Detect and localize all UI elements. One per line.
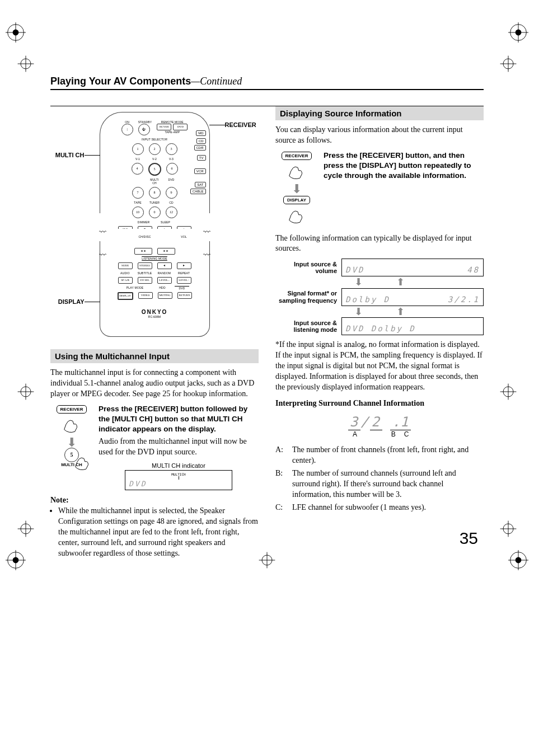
btn-7-icon: 7 bbox=[132, 187, 144, 199]
def-key-a: A: bbox=[275, 445, 288, 466]
step-detail: Audio from the multichannel input will n… bbox=[99, 436, 259, 458]
model-label: RC-608M bbox=[108, 315, 202, 318]
brand-label: ONKYO bbox=[108, 309, 202, 315]
hand-press-icon bbox=[285, 204, 308, 226]
label-v1: V-1 bbox=[132, 157, 144, 161]
label-dimmer: DIMMER bbox=[135, 220, 152, 224]
label-dvd-btn: DVD bbox=[166, 178, 177, 185]
display-info-text: The following information can typically … bbox=[275, 233, 484, 255]
btn-4-icon: 4 bbox=[132, 163, 143, 175]
lead-line bbox=[85, 155, 100, 156]
label-subtitle: SUBTITLE bbox=[138, 271, 152, 275]
lcd-row1: DVD 48 bbox=[341, 259, 484, 276]
arrow-down-icon: ⬇ bbox=[275, 184, 318, 195]
lcd-r1-right: 48 bbox=[467, 265, 480, 274]
fig-a: 3 bbox=[350, 414, 359, 430]
lcd-r3-left: DVD Dolby D bbox=[345, 324, 416, 333]
remote-diagram-bottom: DISPLAY ◄◄ ►► LISTENING MODE SURR STEREO… bbox=[100, 241, 210, 337]
left-button-icon: ◄ bbox=[157, 262, 172, 269]
remote-label-receiver: RECEIVER bbox=[225, 121, 256, 128]
lcd-r2-left: Dolby D bbox=[345, 295, 390, 304]
muting-button-icon: MUTING bbox=[158, 292, 172, 299]
note-heading: Note: bbox=[50, 496, 259, 505]
side-cdr: CDR bbox=[194, 145, 206, 151]
lcd-row2: Dolby D 3/2.1 bbox=[341, 288, 484, 306]
video-button-icon: VIDEO bbox=[138, 292, 153, 299]
arrow-down-icon: ⬇ bbox=[50, 437, 93, 448]
tick-mark bbox=[179, 476, 179, 480]
note-item: While the multichannel input is selected… bbox=[58, 506, 259, 558]
label-input-selector: INPUT SELECTOR bbox=[107, 138, 203, 141]
side-md: MD bbox=[196, 130, 205, 136]
btn-12-icon: 12 bbox=[166, 206, 177, 218]
btn-9-icon: 9 bbox=[166, 187, 177, 199]
btn-2-icon: 2 bbox=[149, 143, 161, 155]
multichannel-intro: The multichannel input is for connecting… bbox=[50, 368, 259, 400]
arrow-down-icon: ⬇ bbox=[354, 278, 363, 286]
receiver-pill: RECEIVER bbox=[57, 405, 87, 414]
section-displaying: Displaying Source Information bbox=[275, 106, 484, 120]
fig-label-b: B bbox=[388, 430, 399, 438]
label-listening: LISTENING MODE bbox=[119, 257, 190, 260]
fig-label-a: A bbox=[347, 430, 363, 438]
side-vcr: VCR bbox=[194, 168, 206, 174]
lcd-r1-left: DVD bbox=[345, 265, 364, 274]
fig-b: 2 bbox=[372, 414, 381, 430]
next-button-icon: ►► bbox=[157, 248, 175, 255]
hand-press-icon bbox=[71, 451, 95, 472]
def-a: The number of front channels (front left… bbox=[292, 445, 484, 466]
side-tv: TV bbox=[197, 155, 206, 161]
btn-3-icon: 3 bbox=[166, 143, 177, 155]
def-key-c: C: bbox=[275, 503, 288, 513]
btn-1-icon: 1 bbox=[132, 143, 144, 155]
display-button-icon: DISPLAY bbox=[118, 292, 133, 300]
row3-label: Input source & listening mode bbox=[275, 320, 337, 334]
side-cable: CABLE bbox=[190, 189, 206, 194]
arrow-up-icon: ⬆ bbox=[396, 308, 405, 316]
def-key-b: B: bbox=[275, 468, 288, 500]
press-receiver-multich-icon: RECEIVER ⬇ 5 MULTI CH bbox=[50, 404, 93, 468]
lcd-small-text: MULTICH bbox=[171, 472, 185, 476]
standby-button-icon: ⏻ bbox=[138, 124, 150, 135]
label-random: RANDOM bbox=[157, 271, 172, 275]
on-button-icon: | bbox=[121, 124, 133, 135]
chsel-button-icon: CH SEL bbox=[138, 277, 152, 284]
label-dvd2: DVD bbox=[175, 286, 189, 290]
fig-c: 1 bbox=[400, 414, 409, 430]
label-cd: CD bbox=[166, 201, 177, 204]
lcd-r2-right: 3/2.1 bbox=[448, 295, 480, 304]
step-instruction: Press the [RECEIVER] button followed by … bbox=[99, 404, 259, 435]
lead-line bbox=[209, 125, 225, 125]
indicator-label: MULTI CH indicator bbox=[99, 462, 259, 469]
label-sleep: SLEEP bbox=[157, 220, 174, 224]
remote-diagram-top: MULTI CH RECEIVER ON | STANDBY ⏻ bbox=[100, 112, 210, 213]
displaying-intro: You can display various information abou… bbox=[275, 125, 484, 146]
page-number: 35 bbox=[460, 529, 478, 548]
side-sat: SAT bbox=[195, 182, 205, 187]
levelminus-button-icon: LEVEL– bbox=[157, 277, 172, 284]
receiver-pill: RECEIVER bbox=[282, 152, 312, 160]
def-c: LFE channel for subwoofer (1 means yes). bbox=[292, 503, 426, 513]
page-header: Playing Your AV Components—Continued bbox=[50, 76, 484, 90]
lcd-display: MULTICH DVD bbox=[125, 470, 232, 490]
label-repeat: REPEAT bbox=[177, 271, 191, 275]
label-standby: STANDBY bbox=[138, 120, 152, 124]
label-vol: VOL bbox=[177, 235, 191, 238]
fig-label-c: C bbox=[401, 430, 412, 438]
arrow-down-icon: ⬇ bbox=[354, 308, 363, 316]
interpreting-heading: Interpreting Surround Channel Informatio… bbox=[275, 398, 484, 409]
cycle-arrows: ⬇⬆ bbox=[275, 278, 484, 286]
lcd-main-text: DVD bbox=[129, 480, 147, 488]
fig-slash: / bbox=[360, 414, 369, 430]
continued-label: —Continued bbox=[191, 76, 242, 87]
hand-press-icon bbox=[285, 160, 308, 181]
lead-line bbox=[85, 302, 100, 302]
page-title: Playing Your AV Components bbox=[50, 76, 191, 87]
row2-label: Signal format* or sampling frequency bbox=[275, 290, 337, 304]
arrow-up-icon: ⬆ bbox=[396, 278, 405, 286]
section-multichannel: Using the Multichannel Input bbox=[50, 349, 259, 363]
btn-6-icon: 6 bbox=[166, 163, 178, 175]
spab-button-icon: SP A/B bbox=[118, 277, 133, 284]
press-receiver-display-icon: RECEIVER ⬇ DISPLAY bbox=[275, 151, 318, 228]
rcver-mode-icon: RCVER bbox=[157, 124, 171, 130]
